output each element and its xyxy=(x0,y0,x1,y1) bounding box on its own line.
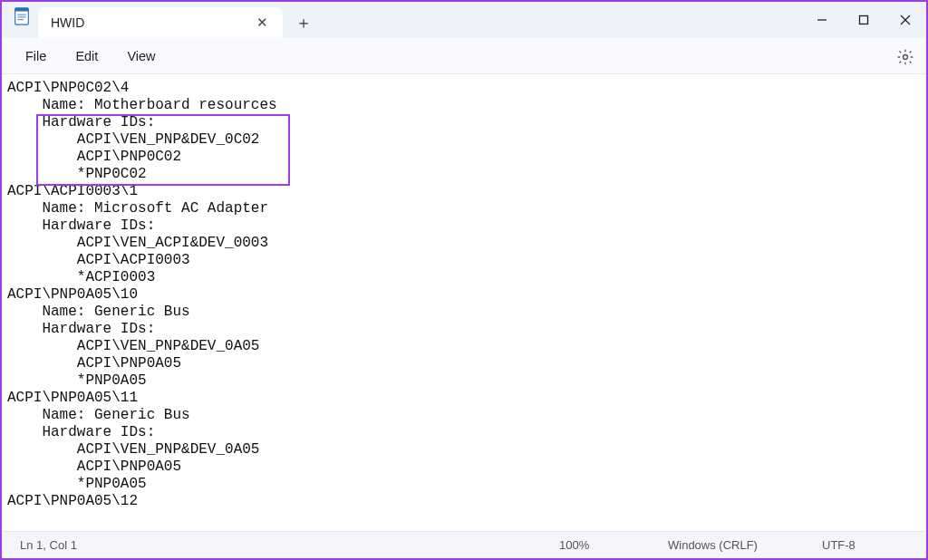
svg-rect-1 xyxy=(15,8,29,12)
status-cursor-position: Ln 1, Col 1 xyxy=(11,538,546,552)
status-bar: Ln 1, Col 1 100% Windows (CRLF) UTF-8 xyxy=(2,531,926,558)
app-window: HWID ✕ ＋ File Edit View xyxy=(0,0,928,560)
editor-content[interactable]: ACPI\PNP0C02\4 Name: Motherboard resourc… xyxy=(2,74,926,510)
tab-strip: HWID ✕ ＋ xyxy=(2,2,319,38)
close-tab-icon[interactable]: ✕ xyxy=(250,14,274,31)
settings-button[interactable] xyxy=(894,45,917,69)
status-line-ending[interactable]: Windows (CRLF) xyxy=(654,538,808,552)
minimize-button[interactable] xyxy=(801,2,843,38)
menu-bar: File Edit View xyxy=(2,38,926,74)
menu-view[interactable]: View xyxy=(112,43,169,69)
svg-point-9 xyxy=(904,55,908,60)
status-zoom[interactable]: 100% xyxy=(546,538,654,552)
notepad-app-icon xyxy=(13,6,31,26)
menu-file[interactable]: File xyxy=(11,43,61,69)
menu-edit[interactable]: Edit xyxy=(61,43,112,69)
tab-active[interactable]: HWID ✕ xyxy=(38,7,283,38)
text-editor[interactable]: ACPI\PNP0C02\4 Name: Motherboard resourc… xyxy=(2,74,926,531)
new-tab-button[interactable]: ＋ xyxy=(288,7,319,38)
status-encoding[interactable]: UTF-8 xyxy=(808,538,917,552)
maximize-button[interactable] xyxy=(843,2,884,38)
title-bar: HWID ✕ ＋ xyxy=(2,2,926,38)
window-controls xyxy=(801,2,926,38)
tab-title: HWID xyxy=(51,15,250,30)
close-window-button[interactable] xyxy=(884,2,926,38)
svg-rect-6 xyxy=(860,16,868,24)
